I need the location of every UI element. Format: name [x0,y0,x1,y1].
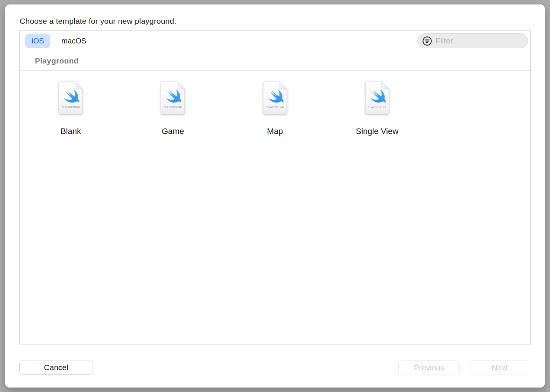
template-chooser-panel: iOS macOS Playground [19,30,531,344]
template-grid: PLAYGROUND Blank PLAYGROUND Game PLAYGRO… [20,71,530,135]
section-header-playground: Playground [20,51,530,71]
next-button[interactable]: Next [469,360,530,375]
dialog-title: Choose a template for your new playgroun… [20,17,177,26]
filter-field[interactable] [417,33,528,48]
swift-playground-file-icon: PLAYGROUND [59,82,82,114]
cancel-button[interactable]: Cancel [19,360,93,375]
playground-badge: PLAYGROUND [365,106,389,108]
tab-macos[interactable]: macOS [55,34,93,48]
previous-button[interactable]: Previous [398,360,460,375]
tab-ios[interactable]: iOS [25,34,50,48]
filter-input[interactable] [436,36,523,45]
template-item-single-view[interactable]: PLAYGROUND Single View [326,82,428,135]
template-item-game[interactable]: PLAYGROUND Game [122,82,224,135]
template-item-map[interactable]: PLAYGROUND Map [224,82,326,135]
template-label-blank: Blank [61,127,81,135]
swift-playground-file-icon: PLAYGROUND [263,82,287,114]
platform-tabbar: iOS macOS [20,31,530,51]
template-label-map: Map [267,127,283,135]
new-playground-dialog: Choose a template for your new playgroun… [5,4,545,388]
playground-badge: PLAYGROUND [263,106,287,108]
template-label-single-view: Single View [356,127,399,135]
template-item-blank[interactable]: PLAYGROUND Blank [20,82,122,135]
playground-badge: PLAYGROUND [161,106,185,108]
playground-badge: PLAYGROUND [59,106,82,108]
swift-playground-file-icon: PLAYGROUND [161,82,185,114]
filter-lines-circle-icon [422,36,432,46]
swift-playground-file-icon: PLAYGROUND [365,82,389,114]
template-label-game: Game [162,127,184,135]
